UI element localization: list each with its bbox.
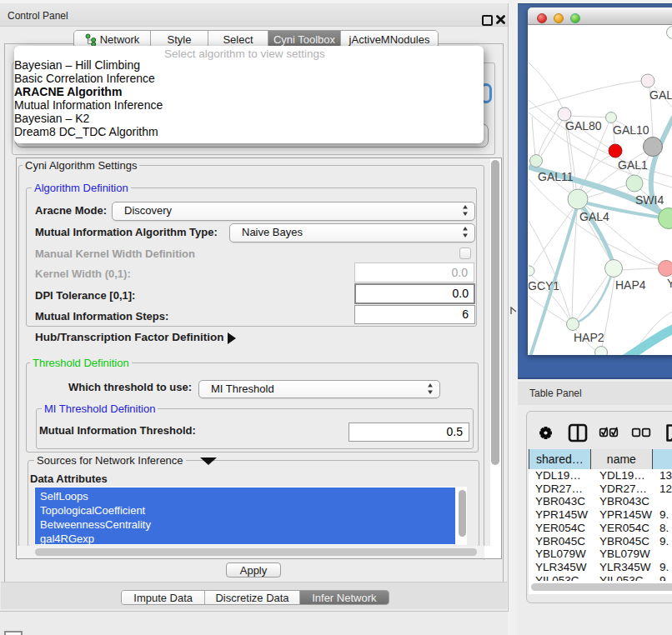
svg-text:GAL4: GAL4 [579, 210, 609, 223]
svg-text:HAP4: HAP4 [615, 278, 646, 292]
svg-text:Y: Y [667, 277, 672, 290]
svg-text:SWI4: SWI4 [635, 193, 664, 207]
svg-text:GAL1: GAL1 [618, 158, 648, 172]
svg-text:GCY1: GCY1 [529, 279, 559, 292]
svg-text:GAL: GAL [649, 88, 672, 102]
svg-text:GAL80: GAL80 [565, 119, 602, 132]
svg-text:GAL10: GAL10 [613, 123, 649, 137]
svg-text:GAL11: GAL11 [538, 170, 574, 183]
svg-text:HAP2: HAP2 [574, 331, 604, 344]
